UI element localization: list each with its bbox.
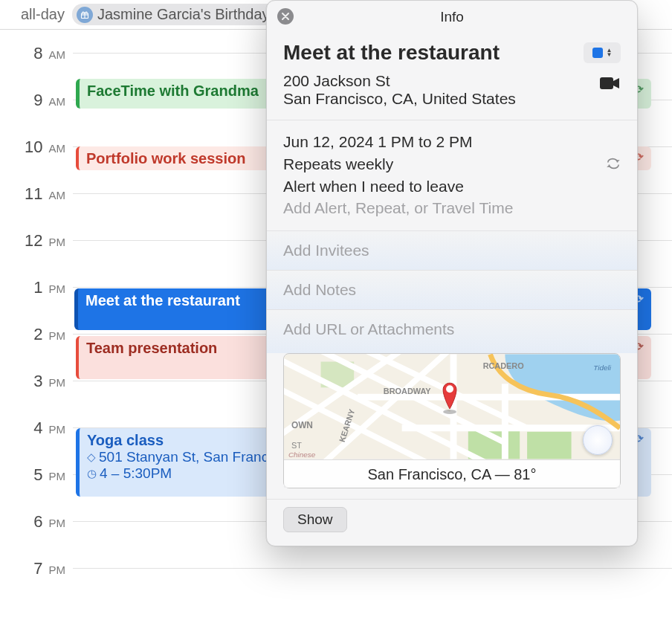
repeat-icon [606,155,621,173]
invitees-section: Add Invitees [267,230,637,270]
updown-icon: ▲▼ [607,48,613,57]
svg-text:BROADWAY: BROADWAY [384,387,431,395]
map-preview[interactable]: BROADWAY KEARNY RCADERO OWN ST Chinese T… [283,353,621,488]
allday-label: all-day [21,6,65,23]
hour-label: 12 PM [0,231,73,251]
add-url-field[interactable]: Add URL or Attachments [283,319,621,340]
alert-field[interactable]: Alert when I need to leave [283,175,621,198]
notes-section: Add Notes [267,270,637,309]
datetime-field[interactable]: Jun 12, 2024 1 PM to 2 PM [283,131,621,153]
attachments-section: Add URL or Attachments [267,309,637,353]
svg-text:Chinese: Chinese [288,451,316,459]
hour-label: 11 AM [0,184,73,204]
title-section: Meet at the restaurant ▲▼ 200 Jackson St… [267,33,637,120]
compass-icon [583,425,613,455]
video-call-button[interactable] [598,75,621,91]
popover-footer: Show [267,499,637,546]
event-title-field[interactable]: Meet at the restaurant [283,41,576,65]
event-title: Portfolio work session [86,150,245,167]
location-pin-icon: ◇ [87,451,96,464]
svg-text:ST: ST [291,442,302,451]
svg-rect-1 [600,77,613,89]
allday-event-title: Jasmine Garcia's Birthday [97,6,270,23]
hour-label: 10 AM [0,138,73,157]
event-title: Team presentation [86,340,217,356]
svg-text:Tideli: Tideli [593,364,611,372]
svg-rect-3 [468,428,520,459]
show-button[interactable]: Show [283,507,347,532]
add-alert-field[interactable]: Add Alert, Repeat, or Travel Time [283,198,621,219]
clock-icon: ◷ [87,467,97,480]
map-image: BROADWAY KEARNY RCADERO OWN ST Chinese T… [284,354,620,459]
repeat-field[interactable]: Repeats weekly [283,155,393,173]
hour-label: 2 PM [0,325,73,344]
svg-point-23 [446,385,453,393]
event-info-popover: Info Meet at the restaurant ▲▼ 200 Jacks… [266,0,638,546]
add-notes-field[interactable]: Add Notes [283,280,621,300]
location-field[interactable]: 200 Jackson St San Francisco, CA, United… [283,72,591,108]
event-title: FaceTime with Grandma [87,83,259,99]
hour-label: 8 AM [0,44,73,63]
hour-label: 6 PM [0,512,73,532]
hour-label: 1 PM [0,278,73,297]
calendar-select[interactable]: ▲▼ [584,42,621,63]
svg-text:OWN: OWN [291,420,313,430]
event-title: Meet at the restaurant [85,292,240,309]
calendar-color-swatch [592,48,603,58]
map-weather-footer: San Francisco, CA — 81° [284,459,620,488]
svg-point-24 [443,410,456,414]
svg-text:RCADERO: RCADERO [483,361,525,370]
allday-event-pill[interactable]: Jasmine Garcia's Birthday [72,4,279,25]
gift-icon [77,7,93,23]
popover-header-title: Info [440,9,464,25]
svg-rect-4 [527,432,571,459]
time-section: Jun 12, 2024 1 PM to 2 PM Repeats weekly… [267,120,637,230]
hour-label: 3 PM [0,372,73,391]
hour-label: 7 PM [0,559,73,578]
add-invitees-field[interactable]: Add Invitees [283,240,621,261]
hour-label: 4 PM [0,419,73,438]
hour-label: 5 PM [0,465,73,485]
hour-label: 9 AM [0,91,73,110]
popover-header: Info [267,1,637,33]
close-button[interactable] [277,8,294,25]
